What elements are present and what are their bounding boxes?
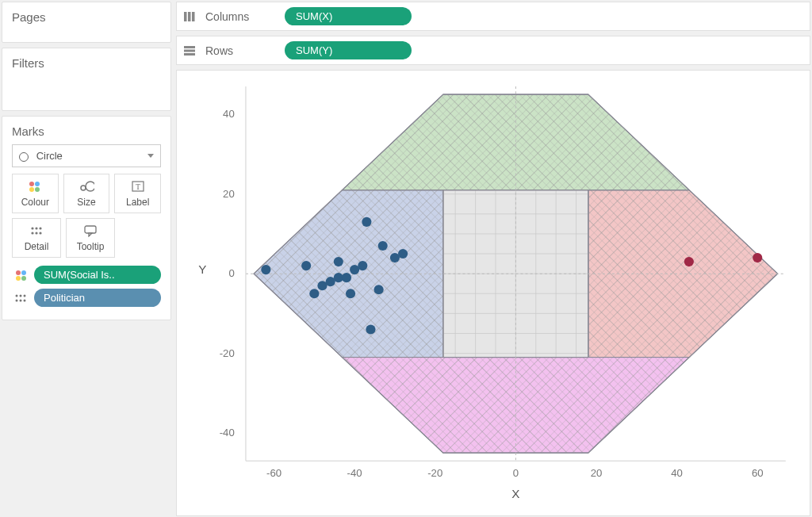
rows-shelf[interactable]: Rows SUM(Y) [176, 36, 810, 65]
svg-text:0: 0 [513, 467, 519, 479]
svg-text:-20: -20 [220, 347, 235, 359]
marks-card: Marks Circle Colour [2, 116, 171, 320]
svg-point-85 [366, 324, 375, 334]
svg-text:-40: -40 [347, 467, 362, 479]
svg-rect-27 [192, 12, 195, 21]
svg-point-84 [362, 217, 371, 227]
filters-title: Filters [12, 56, 161, 70]
svg-point-20 [20, 294, 22, 297]
detail-icon [29, 224, 44, 238]
svg-point-81 [346, 289, 355, 298]
svg-point-87 [378, 241, 388, 251]
size-icon [79, 179, 94, 193]
svg-text:-20: -20 [427, 467, 442, 479]
pill-label: Politician [34, 289, 161, 307]
svg-point-19 [16, 294, 18, 297]
svg-point-11 [31, 232, 33, 234]
marks-size-label: Size [77, 197, 95, 208]
svg-rect-26 [188, 12, 191, 21]
svg-point-2 [29, 187, 34, 192]
pages-title: Pages [12, 10, 161, 24]
svg-point-17 [16, 276, 21, 281]
svg-text:40: 40 [223, 108, 235, 120]
rows-label: Rows [205, 44, 277, 57]
svg-rect-28 [184, 46, 195, 48]
svg-point-91 [753, 253, 762, 262]
svg-point-5 [86, 182, 94, 191]
marks-label-label: Label [126, 197, 149, 208]
svg-point-9 [35, 227, 37, 229]
svg-point-10 [39, 227, 41, 229]
svg-point-79 [334, 257, 343, 266]
circle-icon [19, 152, 29, 162]
svg-point-86 [374, 285, 384, 294]
svg-text:-40: -40 [220, 427, 235, 438]
svg-text:-60: -60 [266, 467, 282, 479]
svg-point-73 [261, 265, 270, 274]
svg-point-80 [342, 273, 351, 282]
svg-point-0 [29, 182, 34, 186]
svg-text:60: 60 [752, 467, 764, 479]
marks-tooltip-button[interactable]: Tooltip [66, 218, 115, 258]
svg-point-12 [35, 232, 37, 234]
rows-icon [183, 45, 197, 56]
filters-shelf[interactable]: Filters [2, 48, 171, 111]
svg-text:T: T [136, 182, 140, 191]
marks-tooltip-label: Tooltip [77, 241, 105, 252]
svg-text:40: 40 [671, 467, 683, 479]
columns-label: Columns [205, 10, 277, 23]
marks-size-button[interactable]: Size [63, 174, 110, 213]
svg-point-90 [684, 257, 694, 266]
marks-detail-button[interactable]: Detail [12, 218, 61, 258]
svg-point-24 [24, 299, 26, 301]
svg-point-74 [301, 261, 311, 270]
svg-text:0: 0 [228, 267, 234, 279]
svg-text:Y: Y [198, 262, 206, 276]
scatter-chart: -60-40-200204060-40-2002040XY [188, 82, 799, 507]
svg-text:20: 20 [223, 188, 235, 200]
svg-point-3 [35, 187, 40, 192]
svg-rect-14 [85, 226, 96, 233]
svg-point-23 [20, 299, 22, 301]
svg-point-1 [35, 182, 40, 186]
svg-point-83 [358, 261, 367, 270]
svg-rect-30 [184, 53, 195, 56]
svg-point-15 [16, 270, 21, 275]
svg-point-21 [24, 294, 26, 297]
rows-pill[interactable]: SUM(Y) [285, 41, 412, 59]
svg-point-13 [39, 232, 41, 234]
marks-colour-label: Colour [21, 197, 49, 208]
columns-icon [183, 11, 197, 22]
svg-point-16 [21, 270, 26, 275]
marks-pill-detail[interactable]: Politician [12, 289, 161, 307]
colour-icon [12, 269, 31, 281]
svg-point-75 [309, 289, 319, 298]
mark-type-label: Circle [36, 150, 63, 162]
label-icon: T [130, 179, 146, 193]
svg-point-18 [21, 276, 26, 281]
svg-point-89 [398, 249, 408, 258]
svg-rect-25 [184, 12, 187, 21]
mark-type-select[interactable]: Circle [12, 144, 161, 167]
marks-detail-label: Detail [25, 241, 49, 252]
pages-shelf[interactable]: Pages [2, 2, 171, 43]
svg-point-8 [31, 227, 33, 229]
chevron-down-icon [147, 154, 154, 158]
columns-pill[interactable]: SUM(X) [285, 7, 412, 25]
marks-colour-button[interactable]: Colour [12, 174, 59, 213]
tooltip-icon [82, 224, 98, 238]
columns-shelf[interactable]: Columns SUM(X) [176, 2, 810, 31]
marks-label-button[interactable]: T Label [114, 174, 161, 213]
marks-pill-colour[interactable]: SUM(Social Is.. [12, 266, 161, 284]
svg-point-22 [16, 299, 18, 301]
svg-point-4 [81, 186, 86, 190]
svg-text:X: X [511, 487, 519, 500]
colour-icon [27, 179, 43, 193]
marks-title: Marks [12, 124, 161, 138]
chart-area[interactable]: -60-40-200204060-40-2002040XY [176, 70, 810, 516]
svg-text:20: 20 [591, 467, 603, 479]
svg-rect-29 [184, 49, 195, 52]
detail-icon [12, 293, 31, 303]
pill-label: SUM(Social Is.. [34, 266, 161, 284]
